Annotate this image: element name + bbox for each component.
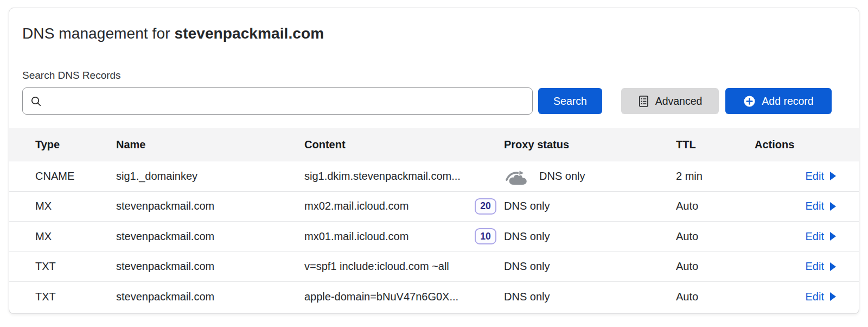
edit-arrow-icon (830, 172, 836, 180)
record-ttl: Auto (676, 291, 755, 303)
header-proxy-status: Proxy status (504, 139, 676, 151)
edit-label: Edit (806, 260, 824, 273)
record-content: apple-domain=bNuV47n6G0X... (304, 291, 458, 303)
edit-label: Edit (806, 170, 824, 183)
page-title-domain: stevenpackmail.com (174, 25, 324, 42)
advanced-button[interactable]: Advanced (621, 88, 719, 114)
record-type: MX (35, 200, 116, 212)
header-ttl: TTL (676, 139, 755, 151)
record-ttl: Auto (676, 200, 755, 212)
add-record-button-label: Add record (762, 95, 813, 108)
edit-arrow-icon (830, 262, 836, 271)
record-content: mx02.mail.icloud.com (304, 200, 409, 212)
search-button[interactable]: Search (538, 88, 602, 114)
header-type: Type (35, 139, 116, 151)
dns-only-cloud-icon (504, 167, 531, 186)
search-input[interactable] (47, 89, 525, 113)
record-name: stevenpackmail.com (116, 230, 304, 243)
page-title-prefix: DNS management for (22, 25, 174, 42)
record-name: stevenpackmail.com (116, 260, 304, 273)
search-icon (30, 96, 42, 107)
header-content: Content (304, 139, 504, 151)
edit-record-link[interactable]: Edit (806, 200, 836, 212)
record-type: TXT (35, 260, 116, 273)
edit-label: Edit (806, 200, 824, 212)
record-name: stevenpackmail.com (116, 291, 304, 303)
table-row: TXT stevenpackmail.com apple-domain=bNuV… (9, 281, 859, 312)
record-content: mx01.mail.icloud.com (304, 230, 409, 243)
proxy-status-text: DNS only (539, 170, 585, 183)
proxy-status-text: DNS only (504, 200, 550, 212)
table-row: CNAME sig1._domainkey sig1.dkim.stevenpa… (9, 161, 859, 191)
dns-management-card: DNS management for stevenpackmail.com Se… (9, 8, 859, 314)
edit-label: Edit (806, 230, 824, 243)
record-type: MX (35, 230, 116, 243)
edit-arrow-icon (830, 202, 836, 211)
table-row: MX stevenpackmail.com mx01.mail.icloud.c… (9, 221, 859, 251)
table-header-row: Type Name Content Proxy status TTL Actio… (9, 128, 859, 161)
advanced-button-label: Advanced (655, 95, 703, 108)
record-ttl: Auto (676, 260, 755, 273)
record-ttl: Auto (676, 230, 755, 243)
proxy-status-text: DNS only (504, 230, 550, 243)
record-content: v=spf1 include:icloud.com ~all (304, 260, 449, 273)
search-controls: Search Advanced Add record (22, 87, 846, 115)
proxy-status-text: DNS only (504, 260, 550, 273)
dns-records-table: Type Name Content Proxy status TTL Actio… (9, 128, 859, 312)
record-type: TXT (35, 291, 116, 303)
record-name: stevenpackmail.com (116, 200, 304, 212)
plus-circle-icon (743, 95, 756, 108)
edit-label: Edit (806, 291, 824, 303)
search-button-label: Search (553, 95, 587, 108)
header-name: Name (116, 139, 304, 151)
add-record-button[interactable]: Add record (725, 88, 832, 114)
edit-record-link[interactable]: Edit (806, 170, 836, 183)
record-ttl: 2 min (676, 170, 755, 183)
record-name: sig1._domainkey (116, 170, 304, 183)
page-title: DNS management for stevenpackmail.com (22, 25, 846, 42)
record-type: CNAME (35, 170, 116, 183)
edit-arrow-icon (830, 232, 836, 241)
table-row: MX stevenpackmail.com mx02.mail.icloud.c… (9, 191, 859, 222)
header-actions: Actions (755, 139, 859, 151)
search-label: Search DNS Records (22, 70, 846, 81)
proxy-status-text: DNS only (504, 291, 550, 303)
mx-priority-badge: 10 (475, 228, 496, 244)
advanced-list-icon (638, 95, 649, 108)
edit-record-link[interactable]: Edit (806, 291, 836, 303)
table-row: TXT stevenpackmail.com v=spf1 include:ic… (9, 251, 859, 282)
mx-priority-badge: 20 (475, 198, 496, 215)
card-top-section: DNS management for stevenpackmail.com Se… (9, 25, 859, 115)
edit-arrow-icon (830, 292, 836, 301)
edit-record-link[interactable]: Edit (806, 230, 836, 243)
edit-record-link[interactable]: Edit (806, 260, 836, 273)
record-content: sig1.dkim.stevenpackmail.com... (304, 170, 461, 183)
search-input-container (22, 87, 533, 115)
